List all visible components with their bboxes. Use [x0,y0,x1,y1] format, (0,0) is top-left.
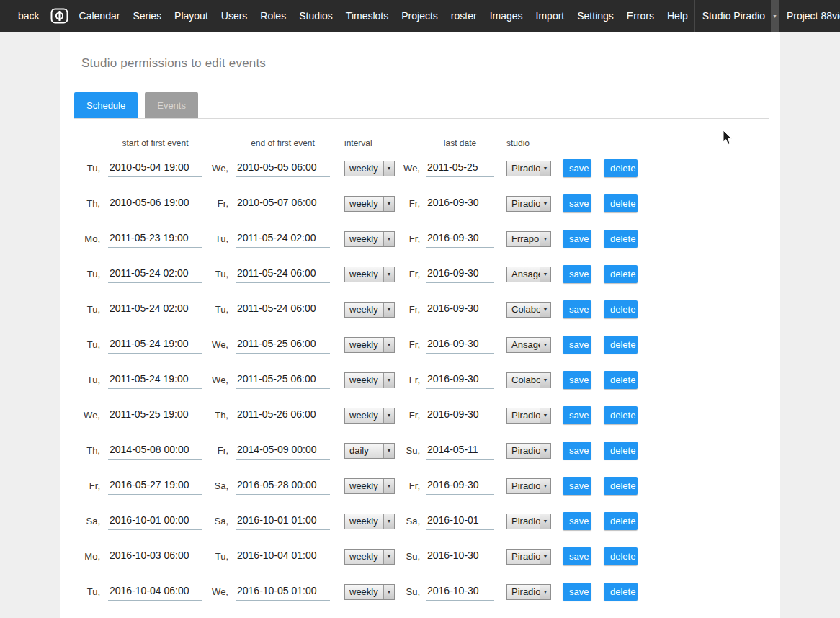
last-date-input[interactable] [426,336,494,354]
start-date-input[interactable] [108,513,202,530]
back-link[interactable]: back [12,10,46,22]
last-date-input[interactable] [426,230,494,248]
nav-item-playout[interactable]: Playout [168,10,215,22]
interval-select[interactable]: weekly ▼ [344,337,395,353]
studio-select[interactable]: Piradio ▼ [506,408,551,424]
studio-select[interactable]: Ansage ▼ [506,267,551,282]
end-date-input[interactable] [236,301,330,318]
nav-item-roster[interactable]: roster [444,10,483,22]
interval-select[interactable]: weekly ▼ [344,302,395,318]
start-date-input[interactable] [108,407,202,424]
studio-select[interactable]: Frrapo ▼ [506,231,551,247]
save-button[interactable]: save [563,230,591,248]
delete-button[interactable]: delete [604,406,638,424]
tab-events[interactable]: Events [145,92,198,118]
save-button[interactable]: save [563,265,591,283]
delete-button[interactable]: delete [604,230,638,248]
studio-dropdown[interactable]: Studio Piradio ▼ [694,0,779,32]
save-button[interactable]: save [563,406,591,424]
tab-schedule[interactable]: Schedule [74,92,138,118]
delete-button[interactable]: delete [604,442,638,460]
save-button[interactable]: save [563,477,591,495]
app-logo-icon[interactable] [46,8,73,24]
last-date-input[interactable] [426,301,494,318]
save-button[interactable]: save [563,547,591,565]
studio-select[interactable]: Piradio ▼ [506,514,551,529]
start-date-input[interactable] [108,230,202,248]
studio-select[interactable]: Piradio ▼ [506,549,551,565]
end-date-input[interactable] [236,336,330,354]
end-date-input[interactable] [236,478,330,495]
nav-item-errors[interactable]: Errors [620,10,661,22]
interval-select[interactable]: weekly ▼ [344,231,395,247]
last-date-input[interactable] [426,478,494,495]
delete-button[interactable]: delete [604,265,638,283]
delete-button[interactable]: delete [604,300,638,318]
start-date-input[interactable] [108,160,202,177]
interval-select[interactable]: weekly ▼ [344,478,395,494]
last-date-input[interactable] [426,160,494,177]
nav-item-calendar[interactable]: Calendar [73,10,127,22]
start-date-input[interactable] [108,266,202,283]
save-button[interactable]: save [563,583,591,601]
nav-item-images[interactable]: Images [483,10,530,22]
last-date-input[interactable] [426,266,494,283]
save-button[interactable]: save [563,512,591,530]
nav-item-projects[interactable]: Projects [395,10,444,22]
studio-select[interactable]: Piradio ▼ [506,478,551,494]
nav-item-settings[interactable]: Settings [571,10,620,22]
delete-button[interactable]: delete [604,477,638,495]
nav-item-users[interactable]: Users [215,10,254,22]
delete-button[interactable]: delete [604,159,638,177]
interval-select[interactable]: weekly ▼ [344,584,395,600]
interval-select[interactable]: weekly ▼ [344,161,395,176]
interval-select[interactable]: weekly ▼ [344,408,395,424]
delete-button[interactable]: delete [604,336,638,354]
studio-select[interactable]: Colabo ▼ [506,372,551,388]
start-date-input[interactable] [108,583,202,601]
interval-select[interactable]: daily ▼ [344,443,395,459]
interval-select[interactable]: weekly ▼ [344,372,395,388]
start-date-input[interactable] [108,195,202,212]
end-date-input[interactable] [236,513,330,530]
end-date-input[interactable] [236,442,330,460]
start-date-input[interactable] [108,336,202,354]
studio-select[interactable]: Piradio ▼ [506,443,551,459]
end-date-input[interactable] [236,266,330,283]
delete-button[interactable]: delete [604,512,638,530]
last-date-input[interactable] [426,372,494,389]
start-date-input[interactable] [108,442,202,460]
nav-item-import[interactable]: Import [530,10,571,22]
nav-item-series[interactable]: Series [126,10,168,22]
project-dropdown[interactable]: Project 88vier ▼ [779,0,840,32]
end-date-input[interactable] [236,372,330,389]
studio-select[interactable]: Piradio ▼ [506,196,551,212]
save-button[interactable]: save [563,300,591,318]
start-date-input[interactable] [108,548,202,565]
interval-select[interactable]: weekly ▼ [344,267,395,282]
delete-button[interactable]: delete [604,371,638,389]
last-date-input[interactable] [426,513,494,530]
studio-select[interactable]: Colabo ▼ [506,302,551,318]
start-date-input[interactable] [108,478,202,495]
studio-select[interactable]: Ansage ▼ [506,337,551,353]
delete-button[interactable]: delete [604,547,638,565]
delete-button[interactable]: delete [604,194,638,212]
interval-select[interactable]: weekly ▼ [344,514,395,529]
nav-item-roles[interactable]: Roles [254,10,292,22]
end-date-input[interactable] [236,230,330,248]
nav-item-timeslots[interactable]: Timeslots [339,10,395,22]
start-date-input[interactable] [108,372,202,389]
save-button[interactable]: save [563,442,591,460]
save-button[interactable]: save [563,371,591,389]
delete-button[interactable]: delete [604,583,638,601]
last-date-input[interactable] [426,195,494,212]
save-button[interactable]: save [563,194,591,212]
end-date-input[interactable] [236,160,330,177]
nav-item-studios[interactable]: Studios [292,10,339,22]
end-date-input[interactable] [236,407,330,424]
interval-select[interactable]: weekly ▼ [344,549,395,565]
start-date-input[interactable] [108,301,202,318]
end-date-input[interactable] [236,195,330,212]
studio-select[interactable]: Piradio ▼ [506,161,551,176]
